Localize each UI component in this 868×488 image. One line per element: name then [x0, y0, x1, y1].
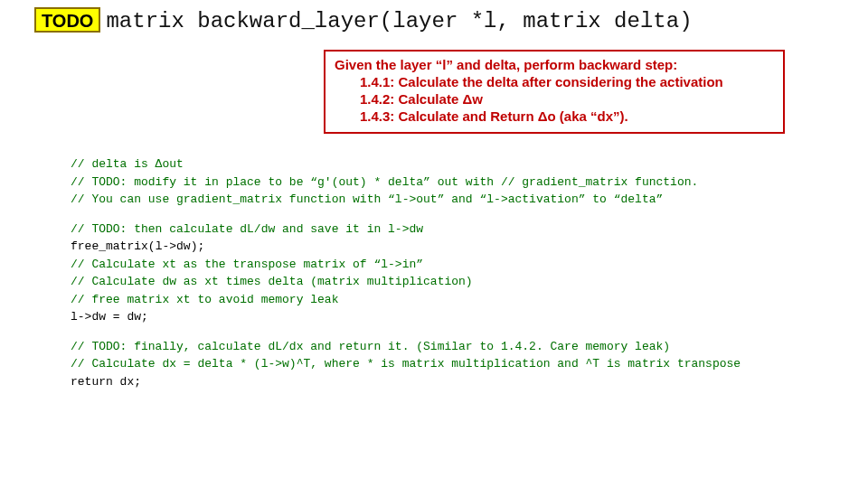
instruction-heading: Given the layer “l” and delta, perform b…: [335, 57, 774, 72]
instruction-box: Given the layer “l” and delta, perform b…: [324, 50, 785, 134]
comment: // You can use gradient_matrix function …: [71, 192, 663, 206]
comment: // TODO: then calculate dL/dw and save i…: [71, 222, 423, 236]
code-text: free_matrix: [71, 239, 148, 253]
function-signature: matrix backward_layer(layer *l, matrix d…: [106, 9, 692, 33]
comment: // Calculate dw as xt times delta (matri…: [71, 275, 473, 288]
comment: // Calculate xt as the transpose matrix …: [71, 258, 423, 271]
comment: // free matrix xt to avoid memory leak: [71, 293, 338, 306]
code-block: // delta is Δout // TODO: modify it in p…: [71, 155, 848, 390]
instruction-item: 1.4.2: Calculate Δw: [360, 91, 774, 108]
comment: // TODO: finally, calculate dL/dx and re…: [71, 340, 670, 353]
code-text: dx;: [113, 375, 141, 389]
todo-badge: TODO: [34, 7, 100, 33]
instruction-item: 1.4.1: Calculate the delta after conside…: [360, 74, 774, 91]
function-title: TODOmatrix backward_layer(layer *l, matr…: [34, 7, 693, 33]
comment: // delta is Δout: [71, 157, 184, 171]
code-text: (l->dw);: [148, 239, 204, 253]
comment: // TODO: modify it in place to be “g'(ou…: [71, 175, 698, 189]
code-text: l->dw = dw;: [71, 310, 148, 324]
instruction-item: 1.4.3: Calculate and Return Δo (aka “dx”…: [360, 108, 774, 126]
code-text: return: [71, 375, 113, 389]
comment: // Calculate dx = delta * (l->w)^T, wher…: [71, 357, 741, 371]
